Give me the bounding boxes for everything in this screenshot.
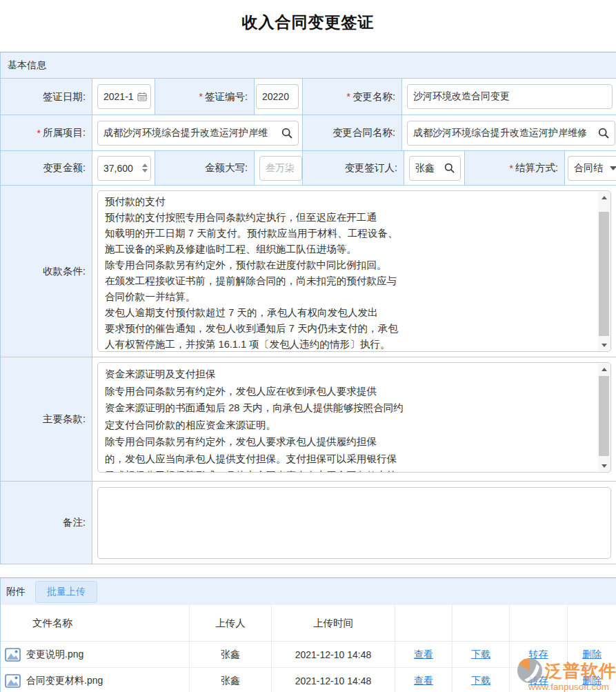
scrollbar[interactable] <box>598 192 610 350</box>
transfer-link[interactable]: 转存 <box>529 649 548 661</box>
scroll-down-icon[interactable] <box>598 460 610 471</box>
attachments-label: 附件 <box>6 586 26 598</box>
form-row-remark: 备注: <box>1 482 616 564</box>
sign-date-input[interactable]: 2021-1 <box>97 84 151 109</box>
settle-method-cell: 合同结 <box>565 151 616 185</box>
attachments-panel: 附件 批量上传 文件名称 上传人 上传时间 变更说明.png 张鑫 20 <box>0 577 616 692</box>
file-name-cell: 变更说明.png <box>1 642 190 667</box>
change-contract-name-cell: 成都沙河环境综合提升改造运河护岸维修 <box>402 115 616 150</box>
download-link[interactable]: 下载 <box>471 675 490 687</box>
view-link[interactable]: 查看 <box>414 649 433 661</box>
sign-date-cell: 2021-1 <box>92 79 155 115</box>
uploader-cell: 张鑫 <box>190 668 272 692</box>
signer-label: 变更签订人: <box>303 151 404 185</box>
remark-cell <box>92 482 616 564</box>
search-icon[interactable] <box>598 128 609 139</box>
main-terms-cell: 资金来源证明及支付担保 除专用合同条款另有约定外，发包人应在收到承包人要求提供 … <box>92 357 616 481</box>
file-name-cell: 合同变更材料.png <box>1 668 190 692</box>
search-icon[interactable] <box>444 163 455 173</box>
required-marker: * <box>199 91 203 102</box>
title-bar: 收入合同变更签证 <box>0 0 616 52</box>
amount-caps-cell: 叁万柒 <box>255 151 303 185</box>
main-terms-label: 主要条款: <box>1 357 92 481</box>
upload-time-cell: 2021-12-10 14:48 <box>272 642 395 667</box>
image-file-icon <box>5 647 21 662</box>
page-title: 收入合同变更签证 <box>242 12 375 40</box>
sign-no-label: * 签证编号: <box>155 79 255 115</box>
stepper-up-icon[interactable] <box>142 164 148 167</box>
amount-caps-label: 金额大写: <box>155 151 255 185</box>
delete-link[interactable]: 删除 <box>582 675 602 687</box>
sign-no-cell: 20220 <box>255 79 303 115</box>
form-row-2: * 所属项目: 成都沙河环境综合提升改造运河护岸维 变更合同名称: 成都沙河环境… <box>1 115 616 151</box>
upload-time-cell: 2021-12-10 14:48 <box>272 668 395 692</box>
project-cell: 成都沙河环境综合提升改造运河护岸维 <box>92 115 303 150</box>
payment-terms-textarea[interactable]: 预付款的支付 预付款的支付按照专用合同条款约定执行，但至迟应在开工通 知载明的开… <box>97 190 611 352</box>
project-input[interactable]: 成都沙河环境综合提升改造运河护岸维 <box>97 121 299 146</box>
amount-caps-input: 叁万柒 <box>259 156 302 181</box>
file-table-header: 文件名称 上传人 上传时间 <box>1 605 616 642</box>
remark-textarea[interactable] <box>97 487 611 559</box>
number-stepper[interactable] <box>142 164 148 172</box>
table-row: 合同变更材料.png 张鑫 2021-12-10 14:48 查看 下载 转存 … <box>1 668 616 692</box>
change-contract-name-label: 变更合同名称: <box>303 115 402 150</box>
signer-cell: 张鑫 <box>404 151 465 185</box>
download-link[interactable]: 下载 <box>471 649 490 661</box>
remark-label: 备注: <box>1 482 92 564</box>
upload-time-header: 上传时间 <box>272 605 395 641</box>
image-file-icon <box>5 673 21 688</box>
scrollbar[interactable] <box>598 364 610 471</box>
form-row-3: 变更金额: 37,600 金额大写: 叁万柒 变 <box>1 151 616 186</box>
attachments-header: 附件 批量上传 <box>1 578 616 605</box>
settle-method-label: * 结算方式: <box>465 151 565 185</box>
change-name-label: * 变更名称: <box>303 79 402 115</box>
action-header <box>510 605 568 641</box>
change-amount-input[interactable]: 37,600 <box>97 156 151 181</box>
scrollbar-thumb[interactable] <box>599 212 609 336</box>
required-marker: * <box>510 163 513 174</box>
uploader-cell: 张鑫 <box>190 642 272 667</box>
action-header <box>395 605 453 641</box>
main-terms-textarea[interactable]: 资金来源证明及支付担保 除专用合同条款另有约定外，发包人应在收到承包人要求提供 … <box>97 362 611 473</box>
change-contract-name-input[interactable]: 成都沙河环境综合提升改造运河护岸维修 <box>407 121 615 146</box>
settle-method-select[interactable]: 合同结 <box>568 156 616 181</box>
delete-link[interactable]: 删除 <box>582 649 602 661</box>
search-icon[interactable] <box>281 128 292 139</box>
scrollbar-thumb[interactable] <box>599 376 609 456</box>
stepper-down-icon[interactable] <box>142 169 148 172</box>
table-row: 变更说明.png 张鑫 2021-12-10 14:48 查看 下载 转存 删除 <box>1 642 616 668</box>
uploader-header: 上传人 <box>190 605 272 641</box>
scroll-down-icon[interactable] <box>598 339 610 350</box>
transfer-link[interactable]: 转存 <box>529 675 548 687</box>
change-name-input[interactable]: 沙河环境改造合同变更 <box>407 84 613 109</box>
sign-no-input[interactable]: 20220 <box>256 84 299 109</box>
required-marker: * <box>347 91 350 102</box>
change-amount-label: 变更金额: <box>1 151 92 185</box>
section-header-basic-info: 基本信息 <box>1 52 616 79</box>
payment-terms-label: 收款条件: <box>1 186 92 357</box>
form-row-1: 签证日期: 2021-1 * 签证编号: <box>1 79 616 115</box>
section-gap <box>0 564 616 577</box>
change-name-cell: 沙河环境改造合同变更 <box>402 79 616 115</box>
payment-terms-cell: 预付款的支付 预付款的支付按照专用合同条款约定执行，但至迟应在开工通 知载明的开… <box>92 186 616 357</box>
action-header <box>453 605 510 641</box>
required-marker: * <box>37 128 41 139</box>
form-row-payment-terms: 收款条件: 预付款的支付 预付款的支付按照专用合同条款约定执行，但至迟应在开工通… <box>1 186 616 357</box>
scroll-up-icon[interactable] <box>598 192 610 203</box>
file-name-header: 文件名称 <box>1 605 190 641</box>
page: 收入合同变更签证 基本信息 签证日期: 2021-1 <box>0 0 616 692</box>
change-amount-cell: 37,600 <box>92 151 155 185</box>
project-label: * 所属项目: <box>1 115 92 150</box>
signer-input[interactable]: 张鑫 <box>409 156 461 181</box>
form-row-main-terms: 主要条款: 资金来源证明及支付担保 除专用合同条款另有约定外，发包人应在收到承包… <box>1 357 616 482</box>
basic-info-panel: 基本信息 签证日期: 2021-1 <box>0 52 616 564</box>
basic-info-title: 基本信息 <box>8 59 46 72</box>
sign-date-label: 签证日期: <box>1 79 92 115</box>
action-header <box>568 605 616 641</box>
chevron-down-icon <box>610 166 616 170</box>
calendar-icon[interactable] <box>137 92 147 101</box>
view-link[interactable]: 查看 <box>414 675 433 687</box>
batch-upload-button[interactable]: 批量上传 <box>35 581 97 603</box>
scroll-up-icon[interactable] <box>598 364 610 375</box>
